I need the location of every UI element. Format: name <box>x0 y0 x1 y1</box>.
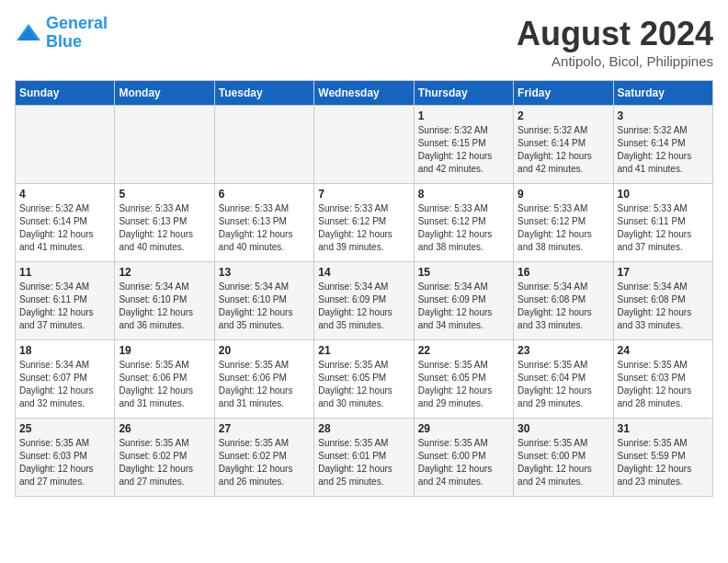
day-info: Sunrise: 5:33 AM Sunset: 6:13 PM Dayligh… <box>119 202 210 254</box>
day-info: Sunrise: 5:35 AM Sunset: 6:00 PM Dayligh… <box>518 437 609 488</box>
day-info: Sunrise: 5:35 AM Sunset: 6:03 PM Dayligh… <box>19 437 110 488</box>
day-number: 27 <box>219 422 310 435</box>
main-title: August 2024 <box>517 15 713 53</box>
day-number: 4 <box>19 188 110 201</box>
day-info: Sunrise: 5:32 AM Sunset: 6:15 PM Dayligh… <box>418 124 509 176</box>
calendar-week-5: 25Sunrise: 5:35 AM Sunset: 6:03 PM Dayli… <box>16 419 713 497</box>
day-number: 22 <box>418 344 509 357</box>
day-info: Sunrise: 5:32 AM Sunset: 6:14 PM Dayligh… <box>19 202 110 254</box>
calendar-cell: 13Sunrise: 5:34 AM Sunset: 6:10 PM Dayli… <box>214 262 313 340</box>
day-info: Sunrise: 5:34 AM Sunset: 6:09 PM Dayligh… <box>318 281 409 332</box>
day-number: 24 <box>618 344 709 357</box>
calendar-cell: 10Sunrise: 5:33 AM Sunset: 6:11 PM Dayli… <box>613 184 712 262</box>
logo: General Blue <box>15 15 108 52</box>
weekday-header-tuesday: Tuesday <box>214 81 313 106</box>
day-number: 12 <box>119 266 210 279</box>
calendar-cell: 24Sunrise: 5:35 AM Sunset: 6:03 PM Dayli… <box>613 340 712 419</box>
day-info: Sunrise: 5:32 AM Sunset: 6:14 PM Dayligh… <box>518 124 609 176</box>
weekday-header-row: SundayMondayTuesdayWednesdayThursdayFrid… <box>16 81 713 106</box>
day-info: Sunrise: 5:34 AM Sunset: 6:08 PM Dayligh… <box>618 281 709 332</box>
day-info: Sunrise: 5:34 AM Sunset: 6:07 PM Dayligh… <box>19 359 110 410</box>
logo-icon <box>15 22 42 44</box>
calendar-cell: 27Sunrise: 5:35 AM Sunset: 6:02 PM Dayli… <box>214 419 313 497</box>
calendar-cell: 29Sunrise: 5:35 AM Sunset: 6:00 PM Dayli… <box>414 419 513 497</box>
calendar-cell: 17Sunrise: 5:34 AM Sunset: 6:08 PM Dayli… <box>613 262 712 340</box>
calendar-cell: 22Sunrise: 5:35 AM Sunset: 6:05 PM Dayli… <box>414 340 513 419</box>
calendar-cell: 8Sunrise: 5:33 AM Sunset: 6:12 PM Daylig… <box>414 184 513 262</box>
day-info: Sunrise: 5:35 AM Sunset: 6:04 PM Dayligh… <box>518 359 609 410</box>
calendar-cell: 15Sunrise: 5:34 AM Sunset: 6:09 PM Dayli… <box>414 262 513 340</box>
calendar-cell: 25Sunrise: 5:35 AM Sunset: 6:03 PM Dayli… <box>16 419 115 497</box>
day-info: Sunrise: 5:33 AM Sunset: 6:12 PM Dayligh… <box>518 202 609 254</box>
weekday-header-saturday: Saturday <box>613 81 712 106</box>
calendar-week-1: 1Sunrise: 5:32 AM Sunset: 6:15 PM Daylig… <box>16 106 713 184</box>
calendar-cell: 4Sunrise: 5:32 AM Sunset: 6:14 PM Daylig… <box>16 184 115 262</box>
day-info: Sunrise: 5:34 AM Sunset: 6:09 PM Dayligh… <box>418 281 509 332</box>
day-number: 3 <box>618 109 709 122</box>
weekday-header-sunday: Sunday <box>16 81 115 106</box>
calendar-cell: 23Sunrise: 5:35 AM Sunset: 6:04 PM Dayli… <box>514 340 613 419</box>
day-info: Sunrise: 5:34 AM Sunset: 6:11 PM Dayligh… <box>19 281 110 332</box>
logo-text: General Blue <box>46 15 108 52</box>
calendar-week-2: 4Sunrise: 5:32 AM Sunset: 6:14 PM Daylig… <box>16 184 713 262</box>
day-number: 8 <box>418 188 509 201</box>
calendar-cell <box>214 106 313 184</box>
day-info: Sunrise: 5:35 AM Sunset: 6:01 PM Dayligh… <box>318 437 409 488</box>
day-number: 13 <box>219 266 310 279</box>
day-info: Sunrise: 5:33 AM Sunset: 6:13 PM Dayligh… <box>219 202 310 254</box>
calendar-week-3: 11Sunrise: 5:34 AM Sunset: 6:11 PM Dayli… <box>16 262 713 340</box>
day-number: 1 <box>418 109 509 122</box>
day-number: 17 <box>618 266 709 279</box>
day-info: Sunrise: 5:35 AM Sunset: 5:59 PM Dayligh… <box>618 437 709 488</box>
calendar-cell: 7Sunrise: 5:33 AM Sunset: 6:12 PM Daylig… <box>314 184 414 262</box>
calendar-cell: 2Sunrise: 5:32 AM Sunset: 6:14 PM Daylig… <box>514 106 613 184</box>
day-info: Sunrise: 5:34 AM Sunset: 6:10 PM Dayligh… <box>219 281 310 332</box>
day-number: 2 <box>518 109 609 122</box>
calendar-cell: 31Sunrise: 5:35 AM Sunset: 5:59 PM Dayli… <box>613 419 712 497</box>
day-info: Sunrise: 5:34 AM Sunset: 6:08 PM Dayligh… <box>518 281 609 332</box>
day-info: Sunrise: 5:32 AM Sunset: 6:14 PM Dayligh… <box>618 124 709 176</box>
calendar-cell <box>115 106 214 184</box>
subtitle: Antipolo, Bicol, Philippines <box>517 53 713 69</box>
day-number: 23 <box>518 344 609 357</box>
day-number: 26 <box>119 422 210 435</box>
day-number: 31 <box>618 422 709 435</box>
day-info: Sunrise: 5:33 AM Sunset: 6:12 PM Dayligh… <box>418 202 509 254</box>
day-number: 18 <box>19 344 110 357</box>
day-info: Sunrise: 5:35 AM Sunset: 6:05 PM Dayligh… <box>318 359 409 410</box>
day-number: 15 <box>418 266 509 279</box>
day-info: Sunrise: 5:33 AM Sunset: 6:11 PM Dayligh… <box>618 202 709 254</box>
calendar-cell: 1Sunrise: 5:32 AM Sunset: 6:15 PM Daylig… <box>414 106 513 184</box>
calendar-cell: 3Sunrise: 5:32 AM Sunset: 6:14 PM Daylig… <box>613 106 712 184</box>
day-info: Sunrise: 5:35 AM Sunset: 6:00 PM Dayligh… <box>418 437 509 488</box>
day-info: Sunrise: 5:33 AM Sunset: 6:12 PM Dayligh… <box>318 202 409 254</box>
day-number: 14 <box>318 266 409 279</box>
day-info: Sunrise: 5:35 AM Sunset: 6:06 PM Dayligh… <box>219 359 310 410</box>
day-info: Sunrise: 5:35 AM Sunset: 6:02 PM Dayligh… <box>119 437 210 488</box>
day-number: 19 <box>119 344 210 357</box>
day-info: Sunrise: 5:35 AM Sunset: 6:06 PM Dayligh… <box>119 359 210 410</box>
day-info: Sunrise: 5:35 AM Sunset: 6:03 PM Dayligh… <box>618 359 709 410</box>
day-number: 20 <box>219 344 310 357</box>
weekday-header-wednesday: Wednesday <box>314 81 414 106</box>
weekday-header-monday: Monday <box>115 81 214 106</box>
calendar-cell <box>314 106 414 184</box>
calendar-cell: 21Sunrise: 5:35 AM Sunset: 6:05 PM Dayli… <box>314 340 414 419</box>
calendar-table: SundayMondayTuesdayWednesdayThursdayFrid… <box>15 80 713 497</box>
calendar-cell: 5Sunrise: 5:33 AM Sunset: 6:13 PM Daylig… <box>115 184 214 262</box>
day-number: 9 <box>518 188 609 201</box>
title-block: August 2024 Antipolo, Bicol, Philippines <box>517 15 713 69</box>
weekday-header-thursday: Thursday <box>414 81 513 106</box>
day-info: Sunrise: 5:35 AM Sunset: 6:05 PM Dayligh… <box>418 359 509 410</box>
weekday-header-friday: Friday <box>514 81 613 106</box>
calendar-cell: 19Sunrise: 5:35 AM Sunset: 6:06 PM Dayli… <box>115 340 214 419</box>
day-number: 10 <box>618 188 709 201</box>
calendar-cell: 20Sunrise: 5:35 AM Sunset: 6:06 PM Dayli… <box>214 340 313 419</box>
day-number: 5 <box>119 188 210 201</box>
calendar-week-4: 18Sunrise: 5:34 AM Sunset: 6:07 PM Dayli… <box>16 340 713 419</box>
day-number: 25 <box>19 422 110 435</box>
day-number: 16 <box>518 266 609 279</box>
calendar-cell: 28Sunrise: 5:35 AM Sunset: 6:01 PM Dayli… <box>314 419 414 497</box>
day-info: Sunrise: 5:35 AM Sunset: 6:02 PM Dayligh… <box>219 437 310 488</box>
day-number: 11 <box>19 266 110 279</box>
